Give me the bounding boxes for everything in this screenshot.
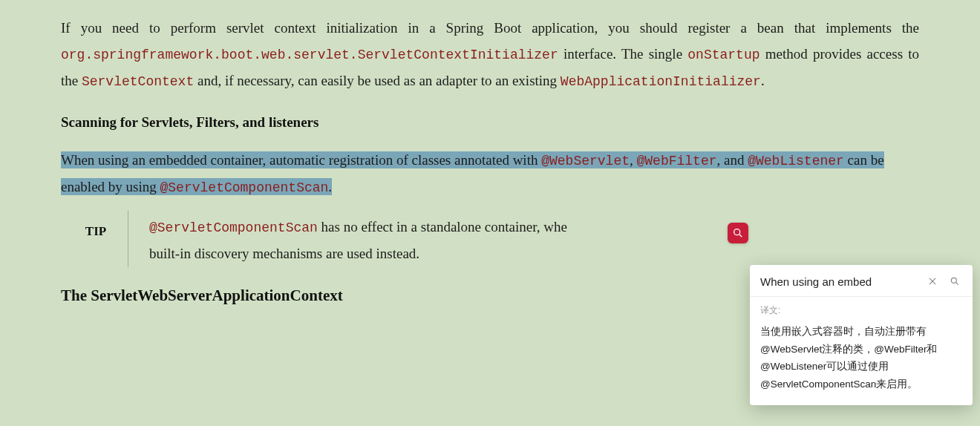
popup-close-button[interactable] [925, 274, 940, 289]
translate-trigger-button[interactable] [728, 223, 748, 243]
tip-divider [128, 211, 128, 266]
popup-source-text: When using an embed [760, 275, 918, 288]
paragraph-embedded-container: When using an embedded container, automa… [61, 147, 919, 200]
text: . [328, 179, 332, 194]
translation-label: 译文: [760, 304, 962, 317]
text: . [761, 73, 765, 88]
code-webservlet: @WebServlet [541, 154, 630, 168]
highlighted-text: ta [482, 151, 492, 168]
svg-point-4 [951, 278, 956, 283]
svg-line-1 [739, 235, 742, 237]
text: , and [717, 152, 748, 168]
text: When using an embedded container, automa… [61, 152, 482, 168]
translation-text: 当使用嵌入式容器时，自动注册带有@WebServlet注释的类，@WebFilt… [760, 323, 962, 393]
code-servletcomponentscan: @ServletComponentScan [160, 180, 329, 195]
popup-header: When using an embed [750, 265, 973, 297]
popup-body: 译文: 当使用嵌入式容器时，自动注册带有@WebServlet注释的类，@Web… [750, 297, 973, 405]
translation-popup: When using an embed 译文: 当使用嵌入式容器时，自动注册带有… [750, 265, 973, 405]
popup-search-button[interactable] [947, 274, 962, 289]
code-onstartup: onStartup [687, 47, 760, 62]
search-icon [732, 227, 744, 239]
tip-body: @ServletComponentScan has no effect in a… [149, 211, 919, 266]
text: has no effect in a standalone container,… [318, 219, 567, 235]
tip-callout: TIP @ServletComponentScan has no effect … [61, 211, 919, 266]
code-servletcontextinitializer: org.springframework.boot.web.servlet.Ser… [61, 47, 558, 62]
close-icon [927, 276, 938, 286]
code-servletcomponentscan: @ServletComponentScan [149, 220, 318, 235]
highlighted-text: When using an embedded container, automa… [61, 151, 482, 168]
tip-label: TIP [61, 211, 128, 266]
search-icon [950, 276, 960, 286]
code-weblistener: @WebListener [748, 154, 844, 168]
text: interface. The single [558, 46, 688, 62]
code-webfilter: @WebFilter [637, 154, 717, 168]
text: ted with [492, 152, 542, 168]
text: If you need to perform servlet context i… [61, 20, 919, 36]
text: , [630, 152, 637, 168]
highlighted-text: ted with @WebServlet, [492, 151, 637, 168]
svg-point-0 [734, 229, 740, 235]
code-webapplicationinitializer: WebApplicationInitializer [561, 74, 761, 89]
subheading-scanning: Scanning for Servlets, Filters, and list… [61, 114, 919, 131]
text: built-in discovery mechanisms are used i… [149, 246, 419, 261]
code-servletcontext: ServletContext [82, 74, 194, 89]
document-content: If you need to perform servlet context i… [0, 0, 980, 305]
svg-line-5 [956, 283, 958, 285]
paragraph-servlet-context-init: If you need to perform servlet context i… [61, 15, 919, 95]
text: and, if necessary, can easily be used as… [194, 73, 561, 88]
